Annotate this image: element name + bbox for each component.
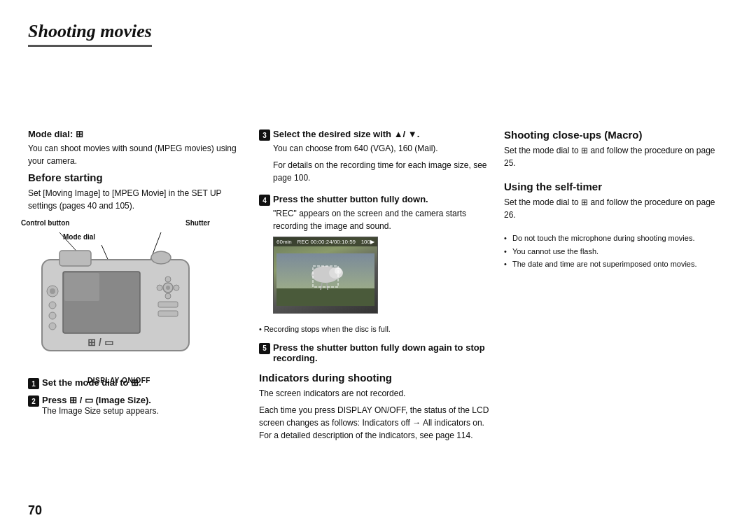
screenshot-top-bar: 60min REC 00:00:24/00:10:59 100▶ xyxy=(274,237,377,246)
column-3: Shooting close-ups (Macro) Set the mode … xyxy=(504,129,728,518)
step-4-bold: Press the shutter button fully down. xyxy=(273,194,428,204)
screenshot-scene xyxy=(276,253,374,306)
recording-stops-text: • Recording stops when the disc is full. xyxy=(259,323,490,335)
indicators-section: Indicators during shooting The screen in… xyxy=(259,372,490,442)
step-2-number: 2 xyxy=(28,396,39,407)
svg-point-18 xyxy=(50,288,55,294)
screenshot-box: 60min REC 00:00:24/00:10:59 100▶ xyxy=(273,237,378,314)
step-5-content: Press the shutter button fully down agai… xyxy=(273,342,490,363)
callout-shutter: Shutter xyxy=(186,219,210,227)
page-title-section: Shooting movies xyxy=(28,21,728,119)
self-timer-text: Set the mode dial to ⊞ and follow the pr… xyxy=(504,196,728,221)
step-5: 5 Press the shutter button fully down ag… xyxy=(259,342,490,363)
step-2-content: Press ⊞ / ▭ (Image Size). The Image Size… xyxy=(42,395,245,416)
camera-svg: ⊞ / ▭ xyxy=(21,218,217,372)
svg-line-29 xyxy=(327,283,328,290)
mode-dial-label: Mode dial: ⊞ xyxy=(28,129,245,139)
step-3: 3 Select the desired size with ▲/ ▼. You… xyxy=(259,129,490,188)
indicators-text1: The screen indicators are not recorded. xyxy=(259,387,490,400)
callout-mode-dial: Mode dial xyxy=(63,233,95,241)
step-2-bold: Press ⊞ / ▭ (Image Size). xyxy=(42,395,151,405)
svg-point-11 xyxy=(157,285,162,290)
callout-control-button: Control button xyxy=(21,219,69,227)
svg-point-5 xyxy=(151,251,171,264)
svg-point-10 xyxy=(174,285,179,290)
indicators-text2: Each time you press DISPLAY ON/OFF, the … xyxy=(259,404,490,442)
step-2-text: The Image Size setup appears. xyxy=(42,406,159,416)
display-on-off-label: DISPLAY ON/OFF xyxy=(21,377,217,384)
svg-point-21 xyxy=(49,323,56,330)
svg-text:⊞ / ▭: ⊞ / ▭ xyxy=(88,337,113,348)
svg-point-20 xyxy=(49,312,56,319)
step-4-text: "REC" appears on the screen and the came… xyxy=(273,207,490,232)
step-3-content: Select the desired size with ▲/ ▼. You c… xyxy=(273,129,490,188)
note-3: The date and time are not superimposed o… xyxy=(504,258,728,270)
self-timer-section: Using the self-timer Set the mode dial t… xyxy=(504,181,728,221)
note-1: Do not touch the microphone during shoot… xyxy=(504,232,728,244)
before-starting-title: Before starting xyxy=(28,172,245,183)
indicators-title: Indicators during shooting xyxy=(259,372,490,384)
step-4-number: 4 xyxy=(259,195,270,206)
step-5-number: 5 xyxy=(259,343,270,354)
step-4-content: Press the shutter button fully down. "RE… xyxy=(273,194,490,318)
screenshot-top-right: 100▶ xyxy=(361,239,374,245)
macro-title: Shooting close-ups (Macro) xyxy=(504,129,728,141)
intro-text: You can shoot movies with sound (MPEG mo… xyxy=(28,142,245,167)
step-4: 4 Press the shutter button fully down. "… xyxy=(259,194,490,318)
step-3-text2: For details on the recording time for ea… xyxy=(273,159,490,184)
svg-point-9 xyxy=(166,286,170,290)
svg-point-13 xyxy=(165,293,171,299)
svg-rect-14 xyxy=(158,302,178,307)
svg-point-12 xyxy=(165,276,171,282)
screenshot-top-left: 60min xyxy=(276,239,292,245)
column-1: Mode dial: ⊞ You can shoot movies with s… xyxy=(28,129,245,518)
svg-rect-23 xyxy=(276,288,374,306)
page: Shooting movies Mode dial: ⊞ You can sho… xyxy=(0,0,756,532)
notes-list: Do not touch the microphone during shoot… xyxy=(504,232,728,270)
camera-diagram: Control button Shutter Mode dial xyxy=(21,218,217,372)
screenshot-rec-text: REC 00:00:24/00:10:59 xyxy=(297,239,356,245)
macro-text: Set the mode dial to ⊞ and follow the pr… xyxy=(504,144,728,169)
step-5-bold: Press the shutter button fully down agai… xyxy=(273,342,485,363)
mode-dial-icon: ⊞ xyxy=(76,129,83,139)
note-2: You cannot use the flash. xyxy=(504,246,728,258)
svg-rect-7 xyxy=(64,273,99,301)
svg-point-19 xyxy=(49,302,56,309)
svg-rect-15 xyxy=(158,311,178,316)
macro-section: Shooting close-ups (Macro) Set the mode … xyxy=(504,129,728,169)
column-2: 3 Select the desired size with ▲/ ▼. You… xyxy=(259,129,490,518)
self-timer-title: Using the self-timer xyxy=(504,181,728,192)
page-title: Shooting movies xyxy=(28,21,152,47)
step-3-bold: Select the desired size with ▲/ ▼. xyxy=(273,129,419,139)
step-2: 2 Press ⊞ / ▭ (Image Size). The Image Si… xyxy=(28,395,245,416)
svg-rect-4 xyxy=(59,251,91,266)
screenshot-center xyxy=(274,246,377,313)
step-3-text1: You can choose from 640 (VGA), 160 (Mail… xyxy=(273,142,490,155)
step-3-number: 3 xyxy=(259,130,270,141)
before-starting-text: Set [Moving Image] to [MPEG Movie] in th… xyxy=(28,187,245,212)
screenshot-inner: 60min REC 00:00:24/00:10:59 100▶ xyxy=(274,237,377,313)
page-number: 70 xyxy=(28,503,42,518)
